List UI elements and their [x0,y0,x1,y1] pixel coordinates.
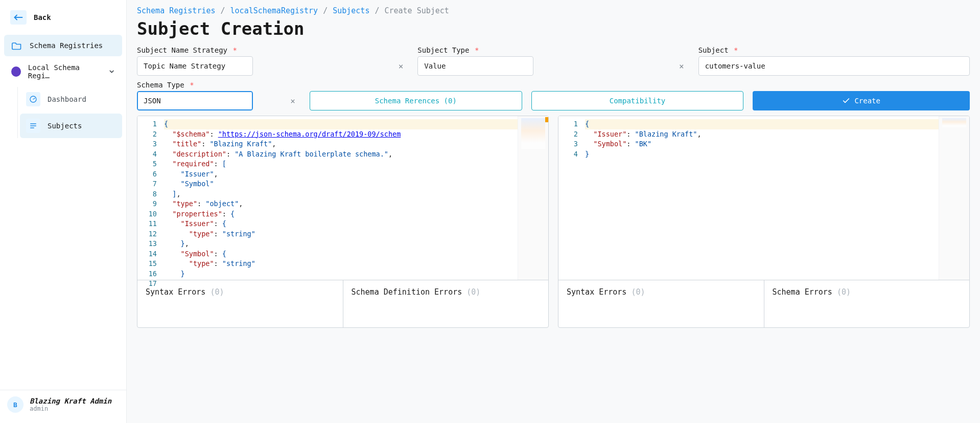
sidebar: Back Schema Registries Local Schema Regi… [0,0,127,423]
syntax-errors-panel[interactable]: Syntax Errors (0) [558,280,764,327]
back-button[interactable]: Back [4,6,122,29]
line-gutter: 1234 [558,116,583,280]
avatar: B [7,396,24,413]
back-icon [10,10,27,25]
sidebar-item-local-schema-registry[interactable]: Local Schema Regi… [4,58,122,85]
check-icon [842,97,850,105]
sidebar-item-label: Schema Registries [30,41,103,50]
label-subject-type: Subject Type * [417,46,689,54]
sidebar-item-label: Subjects [48,122,82,130]
schema-definition-errors-panel[interactable]: Schema Definition Errors (0) [343,280,549,327]
page-title: Subject Creation [137,18,970,39]
breadcrumb-subjects[interactable]: Subjects [333,6,369,15]
minimap[interactable] [939,116,969,280]
schema-errors-panel[interactable]: Schema Errors (0) [764,280,970,327]
schema-references-button[interactable]: Schema Rerences (0) [310,91,522,110]
sidebar-item-label: Dashboard [48,95,86,103]
line-gutter: 1234567891011121314151617 [137,116,162,280]
label-name-strategy: Subject Name Strategy * [137,46,408,54]
sidebar-item-schema-registries[interactable]: Schema Registries [4,35,122,56]
select-name-strategy[interactable] [137,56,253,76]
chevron-down-icon [108,68,115,75]
list-icon [26,119,40,133]
sidebar-item-dashboard[interactable]: Dashboard [20,87,122,112]
select-schema-type[interactable] [137,91,253,110]
breadcrumb-local-schema-registry[interactable]: localSchemaRegistry [230,6,318,15]
schema-editor[interactable]: 1234567891011121314151617 { "$schema": "… [137,116,549,328]
user-footer[interactable]: B Blazing Kraft Admin admin [0,390,126,419]
clear-icon[interactable]: × [679,61,684,71]
clear-icon[interactable]: × [399,61,404,71]
select-subject-type[interactable] [417,56,533,76]
sidebar-item-label: Local Schema Regi… [28,63,101,80]
code-area[interactable]: { "$schema": "https://json-schema.org/dr… [162,116,518,280]
create-button[interactable]: Create [753,91,970,110]
gauge-icon [26,92,40,106]
user-role: admin [30,405,111,412]
breadcrumb: Schema Registries / localSchemaRegistry … [137,6,970,15]
clear-icon[interactable]: × [290,96,295,106]
main-content: Schema Registries / localSchemaRegistry … [127,0,980,423]
user-name: Blazing Kraft Admin [30,397,111,405]
compatibility-button[interactable]: Compatibility [531,91,744,110]
label-subject: Subject * [698,46,970,54]
label-schema-type: Schema Type * [137,81,300,89]
value-editor[interactable]: 1234 { "Issuer": "Blazing Kraft", "Symbo… [558,116,970,328]
syntax-errors-panel[interactable]: Syntax Errors (0) [137,280,343,327]
folder-icon [11,40,22,51]
breadcrumb-current: Create Subject [384,6,449,15]
code-area[interactable]: { "Issuer": "Blazing Kraft", "Symbol": "… [583,116,939,280]
input-subject[interactable] [698,56,970,76]
breadcrumb-schema-registries[interactable]: Schema Registries [137,6,216,15]
minimap[interactable] [518,116,548,280]
registry-dot-icon [11,66,21,77]
back-label: Back [34,13,51,21]
sidebar-item-subjects[interactable]: Subjects [20,114,122,138]
